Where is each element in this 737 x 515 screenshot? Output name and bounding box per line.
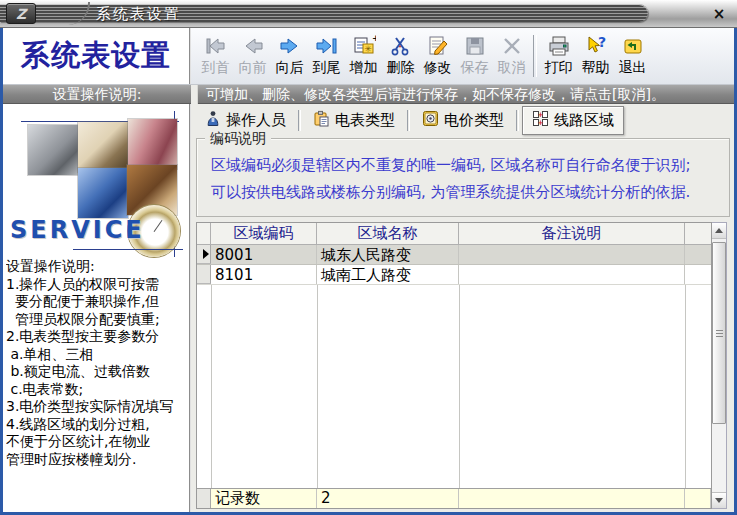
panel-gap	[191, 85, 198, 104]
tab-price-type[interactable]: 电价类型	[413, 107, 513, 134]
keyboard-photo	[78, 168, 128, 218]
table-row[interactable]: 8101 城南工人路变	[197, 265, 711, 285]
cell-area-code: 8001	[211, 245, 317, 264]
scroll-up-button[interactable]	[712, 223, 726, 239]
delete-button[interactable]: 删除	[382, 33, 419, 75]
scrollbar-track[interactable]	[712, 239, 726, 492]
operator-icon	[205, 110, 221, 131]
instruction-line: 1.操作人员的权限可按需	[6, 276, 189, 294]
column-header-remarks: 备注说明	[459, 223, 685, 244]
tab-line-area[interactable]: ++ 线路区域	[522, 106, 624, 135]
header-gutter-cell	[197, 223, 211, 244]
tab-meter-type[interactable]: 电表类型	[304, 107, 404, 134]
toolbar: 到首 向前 向后 到尾	[191, 28, 734, 84]
scrollbar-thumb[interactable]	[712, 242, 726, 424]
column-header-area-name: 区域名称	[317, 223, 459, 244]
close-button[interactable]: ×	[710, 5, 728, 23]
svg-text:+: +	[538, 110, 544, 118]
instructions-text: 设置操作说明: 1.操作人员的权限可按需 要分配便于兼职操作,但 管理员权限分配…	[3, 254, 189, 468]
edit-button[interactable]: 修改	[419, 33, 456, 75]
help-button[interactable]: ? 帮助	[577, 33, 614, 75]
instruction-line: b.额定电流、过载倍数	[6, 363, 189, 381]
subheader-row: 设置操作说明: 可增加、删除、修改各类型后请进行保存，如不保存修改，请点击[取消…	[3, 85, 734, 104]
tab-bar: 操作人员 电表类型 电价类型	[196, 106, 730, 134]
groupbox-title: 编码说明	[205, 130, 271, 148]
go-first-button: 到首	[197, 33, 234, 75]
save-icon	[456, 33, 493, 59]
instruction-line: a.单相、三相	[6, 346, 189, 364]
arrow-down-icon	[715, 498, 723, 503]
meter-type-icon	[313, 110, 330, 131]
app-logo-icon: Z	[6, 3, 36, 24]
cell-area-name: 城南工人路变	[317, 265, 459, 284]
record-count-label: 记录数	[211, 489, 317, 508]
data-grid-area: 区域编码 区域名称 备注说明 8001 城东人民路变	[196, 222, 730, 509]
scroll-down-button[interactable]	[712, 492, 726, 508]
instruction-line: 2.电表类型按主要参数分	[6, 328, 189, 346]
instruction-line: c.电表常数;	[6, 381, 189, 399]
svg-text:+: +	[538, 118, 544, 126]
instruction-line: 要分配便于兼职操作,但	[6, 293, 189, 311]
app-title-panel: 系统表设置	[3, 28, 191, 84]
footer-empty-cell	[459, 489, 685, 508]
content-area: SERVICE 设置操作说明: 1.操作人员的权限可按需 要分配便于兼职操作,但…	[3, 104, 734, 512]
table-header-row: 区域编码 区域名称 备注说明	[197, 223, 711, 245]
service-label: SERVICE	[10, 216, 145, 244]
tab-label: 线路区域	[554, 111, 614, 130]
vertical-scrollbar[interactable]	[712, 222, 727, 509]
toolbar-band: 系统表设置 到首 向前 向后	[3, 28, 734, 85]
column-header-area-code: 区域编码	[211, 223, 317, 244]
exit-button[interactable]: 退出	[614, 33, 651, 75]
record-count-value: 2	[317, 489, 459, 508]
left-panel-header: 设置操作说明:	[3, 85, 191, 104]
row-indicator-cell	[197, 265, 211, 284]
svg-text:?: ?	[597, 34, 605, 50]
delete-icon	[382, 33, 419, 59]
groupbox-line: 可以按供电线路或楼栋分别编码, 为管理系统提供分区域统计分析的依据.	[211, 179, 717, 206]
cell-area-name: 城东人民路变	[317, 245, 459, 264]
edit-icon	[419, 33, 456, 59]
tab-label: 电表类型	[335, 111, 395, 130]
go-next-button[interactable]: 向后	[271, 33, 308, 75]
table-body: 8001 城东人民路变 8101 城南工人路变	[197, 245, 711, 488]
print-button[interactable]: 打印	[540, 33, 577, 75]
info-bar: 可增加、删除、修改各类型后请进行保存，如不保存修改，请点击[取消]。	[198, 85, 734, 104]
cell-remarks	[459, 245, 685, 264]
main-panel: 操作人员 电表类型 电价类型	[191, 104, 734, 512]
app-window: Z 系统表设置 × 系统表设置 到首 向前	[0, 0, 737, 515]
coding-explanation-groupbox: 编码说明 区域编码必须是辖区内不重复的唯一编码, 区域名称可自行命名便于识别; …	[196, 138, 730, 217]
collage-guide-line	[73, 249, 183, 250]
go-first-icon	[197, 33, 234, 59]
pen-photo	[78, 122, 128, 172]
go-last-button[interactable]: 到尾	[308, 33, 345, 75]
thumb-grip-icon	[716, 330, 723, 337]
tools-photo	[28, 125, 78, 175]
print-icon	[540, 33, 577, 59]
add-icon: ✳+	[345, 33, 382, 59]
cell-remarks	[459, 265, 685, 284]
row-indicator-cell	[197, 245, 211, 264]
left-panel: SERVICE 设置操作说明: 1.操作人员的权限可按需 要分配便于兼职操作,但…	[3, 104, 191, 512]
tab-separator	[298, 110, 301, 131]
go-prev-button: 向前	[234, 33, 271, 75]
cancel-button: 取消	[493, 33, 530, 75]
instruction-line: 4.线路区域的划分过粗,	[6, 416, 189, 434]
tab-separator	[516, 110, 519, 131]
table-footer-row: 记录数 2	[197, 488, 711, 508]
table-row[interactable]: 8001 城东人民路变	[197, 245, 711, 265]
groupbox-line: 区域编码必须是辖区内不重复的唯一编码, 区域名称可自行命名便于识别;	[211, 152, 717, 179]
add-button[interactable]: ✳+ 增加	[345, 33, 382, 75]
cell-area-code: 8101	[211, 265, 317, 284]
current-row-marker-icon	[203, 249, 209, 259]
instruction-line: 管理员权限分配要慎重;	[6, 311, 189, 329]
line-area-icon: ++	[532, 110, 549, 131]
title-bar: Z 系统表设置 ×	[0, 0, 737, 28]
window-title: 系统表设置	[96, 4, 181, 23]
instruction-line: 3.电价类型按实际情况填写	[6, 398, 189, 416]
page-title: 系统表设置	[21, 36, 171, 76]
go-last-icon	[308, 33, 345, 59]
instruction-line: 管理时应按楼幢划分.	[6, 451, 189, 469]
tab-separator	[407, 110, 410, 131]
area-table: 区域编码 区域名称 备注说明 8001 城东人民路变	[196, 222, 712, 509]
footer-gutter-cell	[197, 489, 211, 508]
